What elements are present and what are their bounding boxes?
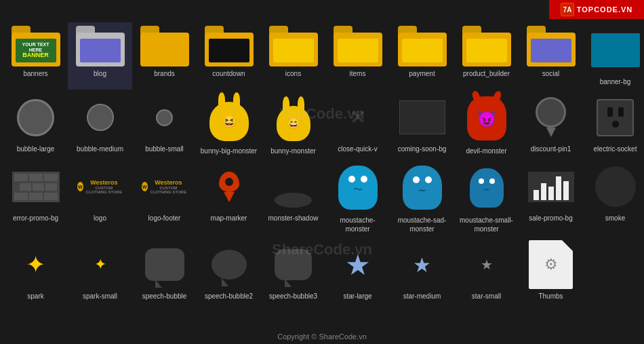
folder-icon: [205, 26, 254, 66]
asset-icon: [527, 240, 576, 289]
asset-icon: [12, 162, 60, 211]
item-bunny-monster[interactable]: 😄 bunny-monster: [261, 90, 325, 159]
folder-icon: [527, 26, 576, 66]
item-icons[interactable]: icons: [261, 22, 325, 90]
item-label: monster-shadow: [268, 214, 319, 223]
item-smoke[interactable]: smoke: [583, 159, 644, 237]
item-speech-bubble[interactable]: speech-bubble: [132, 237, 197, 304]
item-label: brands: [154, 69, 175, 78]
item-spark[interactable]: ✦ spark: [3, 237, 68, 304]
asset-icon: [398, 93, 447, 142]
item-label: blog: [94, 69, 106, 78]
item-speech-bubble2[interactable]: speech-bubble2: [197, 237, 261, 304]
item-devil-monster[interactable]: 😈 devil-monster: [454, 90, 519, 159]
item-label: Thumbs: [538, 292, 563, 301]
asset-icon: 😄: [269, 93, 318, 144]
item-electric-socket[interactable]: electric-socket: [583, 90, 644, 159]
asset-icon: ★: [462, 240, 511, 289]
star-small-shape: ★: [481, 256, 493, 273]
eyes: [413, 176, 432, 183]
item-banners[interactable]: YOUR TEXT HEREBANNER banners: [3, 22, 68, 90]
westeros-text: W Westeros CUSTOM CLOTHING STORE: [77, 179, 123, 194]
item-label: star-small: [472, 292, 501, 301]
item-thumbs[interactable]: Thumbs: [519, 237, 583, 304]
asset-icon: [591, 162, 640, 211]
item-label: countdown: [212, 69, 245, 78]
bunny-body: 😆: [209, 102, 249, 141]
item-brands[interactable]: brands: [132, 22, 197, 90]
brick: [33, 183, 44, 191]
item-star-small[interactable]: ★ star-small: [454, 237, 519, 304]
item-logo-footer[interactable]: W Westeros CUSTOM CLOTHING STORE logo-fo…: [132, 159, 197, 237]
item-error-promo-bg[interactable]: error-promo-bg: [3, 159, 68, 237]
asset-icon: ∼: [462, 162, 511, 213]
moustache-small-shape: ∼: [470, 168, 504, 208]
item-label: banner-bg: [600, 77, 631, 86]
item-monster-shadow[interactable]: monster-shadow: [261, 159, 325, 237]
item-label: moustache-small-monster: [458, 216, 515, 233]
item-close-quick-v[interactable]: ✕ close-quick-v: [325, 90, 390, 159]
item-label: product_builder: [463, 69, 510, 78]
item-social[interactable]: social: [519, 22, 583, 90]
moustache: ∼: [483, 185, 489, 194]
empty-slot: [583, 237, 644, 304]
svg-text:7A: 7A: [563, 6, 571, 14]
item-label: speech-bubble3: [269, 292, 317, 301]
outlet-shape: [597, 99, 634, 136]
speech-shape2: [212, 250, 247, 280]
item-bunny-big-monster[interactable]: 😆 bunny-big-monster: [197, 90, 261, 159]
thumbs-shape: [529, 240, 573, 289]
item-bubble-small[interactable]: bubble-small: [132, 90, 197, 159]
asset-icon: [269, 240, 318, 289]
item-label: star-large: [343, 292, 371, 301]
item-label: devil-monster: [466, 147, 506, 155]
spark-shape: ✦: [26, 251, 45, 278]
brick-row: [14, 174, 58, 181]
item-items[interactable]: items: [325, 22, 390, 90]
asset-icon: ∼: [398, 162, 447, 213]
eyes: [479, 178, 495, 184]
item-sale-promo-bg[interactable]: sale-promo-bg: [519, 159, 583, 237]
item-label: speech-bubble2: [205, 292, 253, 301]
asset-icon: [205, 162, 254, 211]
item-label: error-promo-bg: [13, 214, 58, 223]
item-label: map-marker: [211, 214, 247, 223]
brick: [44, 193, 58, 200]
item-label: payment: [409, 69, 435, 78]
item-label: bubble-small: [145, 145, 184, 153]
star-medium-shape: ★: [413, 253, 431, 277]
bar5: [563, 181, 569, 200]
item-label: bubble-large: [17, 145, 55, 153]
item-bubble-medium[interactable]: bubble-medium: [68, 90, 132, 159]
item-coming-soon-bg[interactable]: coming-soon-bg: [390, 90, 454, 159]
folder-icon: [334, 26, 382, 66]
marker-head: [219, 172, 239, 192]
item-label: discount-pin1: [531, 145, 571, 153]
item-map-marker[interactable]: map-marker: [197, 159, 261, 237]
outlet-hole-right: [618, 107, 624, 117]
item-banner-bg[interactable]: banner-bg: [583, 22, 644, 90]
item-spark-small[interactable]: ✦ spark-small: [68, 237, 132, 304]
speech-shape: [145, 248, 184, 281]
eye-left: [479, 178, 484, 184]
logo-shape: W Westeros CUSTOM CLOTHING STORE: [77, 170, 123, 204]
item-blog[interactable]: blog: [68, 22, 132, 90]
item-moustache-monster[interactable]: 〜 moustache-monster: [325, 159, 390, 237]
item-bubble-large[interactable]: bubble-large: [3, 90, 68, 159]
site-logo: 7A TOPCODE.VN: [561, 3, 633, 16]
item-countdown[interactable]: countdown: [197, 22, 261, 90]
item-logo[interactable]: W Westeros CUSTOM CLOTHING STORE logo: [68, 159, 132, 237]
item-discount-pin1[interactable]: discount-pin1: [519, 90, 583, 159]
footer-copyright: Copyright © ShareCode.vn: [0, 332, 644, 341]
brick: [14, 193, 28, 200]
item-speech-bubble3[interactable]: speech-bubble3: [261, 237, 325, 304]
item-label: bubble-medium: [77, 145, 123, 153]
item-star-medium[interactable]: ★ star-medium: [390, 237, 454, 304]
item-product-builder[interactable]: product_builder: [454, 22, 519, 90]
item-label: bunny-big-monster: [201, 147, 257, 155]
item-payment[interactable]: payment: [390, 22, 454, 90]
item-star-large[interactable]: ★ star-large: [325, 237, 390, 304]
item-moustache-sad-monster[interactable]: ∼ moustache-sad-monster: [390, 159, 454, 237]
item-moustache-small-monster[interactable]: ∼ moustache-small-monster: [454, 159, 519, 237]
item-label: items: [350, 69, 366, 78]
